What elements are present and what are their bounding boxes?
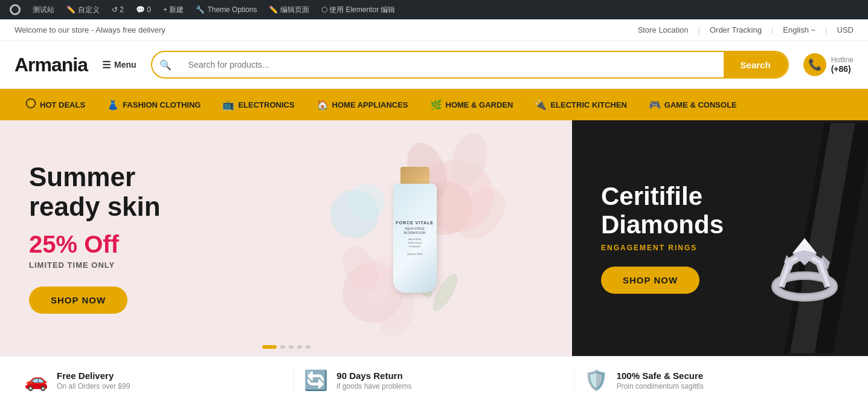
hot-deals-icon: ⚡: [25, 98, 36, 111]
home-garden-icon: 🌿: [430, 99, 442, 111]
fashion-icon: 👗: [107, 99, 119, 111]
nav-electric-kitchen[interactable]: 🔌 ELECTRIC KITCHEN: [524, 89, 637, 120]
ring-image: [718, 120, 869, 356]
header: Armania ☰ Menu 🔍 Search 📞 Hotline (+86): [0, 41, 868, 89]
feature-free-delivery: 🚗 Free Delivery On all Orders over $99: [14, 369, 294, 392]
nav-electronics[interactable]: 📺 ELECTRONICS: [211, 89, 305, 120]
hero-secondary-shop-button[interactable]: SHOP NOW: [601, 267, 699, 294]
carousel-dots: [262, 345, 310, 349]
feature-return-sub: if goods have problems: [336, 382, 411, 390]
hero-main-title: Summer ready skin: [29, 163, 161, 221]
hero-section: Summer ready skin 25% Off LIMITED TIME O…: [0, 120, 868, 356]
comments-item[interactable]: 💬 0: [131, 0, 156, 19]
feature-90-days-return: 🔄 90 Days Return if goods have problems: [294, 369, 574, 392]
welcome-message: Welcome to our store - Always free deliv…: [14, 25, 166, 34]
new-item[interactable]: + 新建: [158, 0, 188, 19]
product-bottle: FORCE VITALE AQUA-VITALE BLOOM FLASH Aqu…: [393, 184, 437, 293]
nav-game-console[interactable]: 🎮 GAME & CONSOLE: [638, 89, 748, 120]
hero-secondary-text: Ceritifile Diamonds ENGAGEMENT RINGS SHO…: [601, 183, 724, 293]
feature-secure-sub: Proin condimentum sagittis: [617, 382, 704, 390]
nav-hot-deals[interactable]: ⚡ HOT DEALS: [14, 89, 96, 120]
electronics-icon: 📺: [222, 99, 234, 111]
game-console-icon: 🎮: [649, 99, 661, 111]
hero-main-shop-button[interactable]: SHOP NOW: [29, 287, 127, 314]
carousel-dot-1[interactable]: [262, 345, 277, 349]
svg-text:⚡: ⚡: [28, 101, 34, 106]
carousel-dot-3[interactable]: [289, 345, 294, 349]
hero-secondary-banner: Ceritifile Diamonds ENGAGEMENT RINGS SHO…: [572, 120, 868, 356]
nav-home-garden[interactable]: 🌿 HOME & GARDEN: [419, 89, 524, 120]
elementor-edit-item[interactable]: ⬡ 使用 Elementor 编辑: [317, 0, 400, 19]
secure-icon: 🛡️: [584, 369, 608, 392]
features-bar: 🚗 Free Delivery On all Orders over $99 🔄…: [0, 356, 868, 404]
top-bar: Welcome to our store - Always free deliv…: [0, 19, 868, 41]
home-appliances-icon: 🏠: [317, 99, 329, 111]
search-input[interactable]: [179, 52, 724, 77]
svg-point-0: [10, 5, 21, 15]
feature-delivery-sub: On all Orders over $99: [57, 382, 130, 390]
carousel-dot-4[interactable]: [297, 345, 302, 349]
feature-secure-title: 100% Safe & Secure: [617, 371, 704, 381]
menu-trigger[interactable]: ☰ Menu: [102, 59, 137, 71]
delivery-icon: 🚗: [24, 369, 48, 392]
wp-icon[interactable]: [5, 0, 25, 19]
phone-icon: 📞: [803, 53, 826, 76]
nav-home-appliances[interactable]: 🏠 HOME APPLIANCES: [306, 89, 419, 120]
header-right: 📞 Hotline (+86): [803, 53, 854, 76]
search-icon: 🔍: [152, 52, 179, 77]
carousel-dot-2[interactable]: [280, 345, 285, 349]
electric-kitchen-icon: 🔌: [535, 99, 547, 111]
store-location-link[interactable]: Store Location: [638, 25, 689, 34]
order-tracking-link[interactable]: Order Tracking: [710, 25, 762, 34]
currency-selector[interactable]: USD: [837, 25, 854, 34]
hero-discount: 25% Off: [29, 231, 161, 258]
edit-page-item[interactable]: ✏️ 编辑页面: [264, 0, 313, 19]
return-icon: 🔄: [304, 369, 328, 392]
language-selector[interactable]: English ~: [783, 25, 815, 34]
hero-limited-text: LIMITED TIME ONLY: [29, 261, 161, 270]
hotline-label: Hotline: [831, 56, 854, 64]
hamburger-icon: ☰: [102, 59, 111, 71]
site-name[interactable]: 测试站: [28, 0, 59, 19]
updates-item[interactable]: ↺ 2: [107, 0, 129, 19]
hero-secondary-title: Ceritifile Diamonds: [601, 183, 724, 238]
hotline: 📞 Hotline (+86): [803, 53, 854, 76]
top-bar-links: Store Location | Order Tracking | Englis…: [638, 25, 854, 34]
nav-fashion[interactable]: 👗 FASHION CLOTHING: [96, 89, 211, 120]
feature-return-title: 90 Days Return: [336, 371, 411, 381]
hero-product-image: FORCE VITALE AQUA-VITALE BLOOM FLASH Aqu…: [257, 120, 572, 356]
ring-svg: [720, 123, 868, 353]
svg-point-14: [349, 184, 385, 220]
hotline-number: (+86): [831, 64, 854, 74]
hero-main-banner: Summer ready skin 25% Off LIMITED TIME O…: [0, 120, 572, 356]
feature-delivery-title: Free Delivery: [57, 371, 130, 381]
carousel-dot-5[interactable]: [306, 345, 310, 349]
search-bar: 🔍 Search: [151, 51, 789, 79]
search-button[interactable]: Search: [724, 52, 788, 77]
admin-bar: 测试站 ✏️ 自定义 ↺ 2 💬 0 + 新建 🔧 Theme Options …: [0, 0, 868, 19]
engagement-label: ENGAGEMENT RINGS: [601, 244, 724, 252]
logo[interactable]: Armania: [14, 54, 88, 76]
nav-bar: ⚡ HOT DEALS 👗 FASHION CLOTHING 📺 ELECTRO…: [0, 89, 868, 120]
theme-options-item[interactable]: 🔧 Theme Options: [191, 0, 262, 19]
feature-safe-secure: 🛡️ 100% Safe & Secure Proin condimentum …: [574, 369, 854, 392]
customize-item[interactable]: ✏️ 自定义: [62, 0, 104, 19]
hero-main-text: Summer ready skin 25% Off LIMITED TIME O…: [29, 163, 161, 314]
